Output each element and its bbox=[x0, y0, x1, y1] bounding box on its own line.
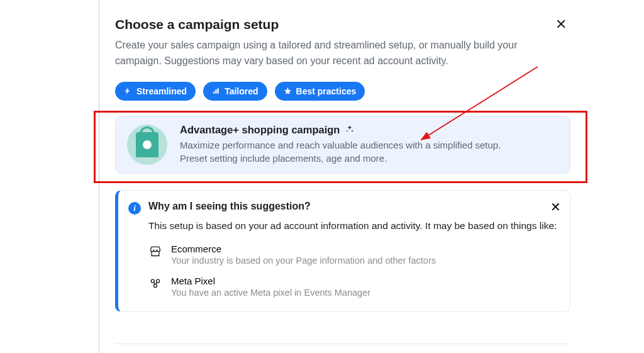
option-desc-line2: Preset setting include placements, age a… bbox=[180, 153, 387, 164]
chip-tailored[interactable]: Tailored bbox=[203, 82, 267, 101]
campaign-setup-panel: Choose a campaign setup ✕ Create your sa… bbox=[115, 16, 570, 312]
chip-streamlined[interactable]: Streamlined bbox=[115, 82, 196, 101]
shopping-bag-avatar bbox=[127, 125, 167, 165]
reason-ecommerce-sub: Your industry is based on your Page info… bbox=[171, 255, 436, 266]
page-subtitle: Create your sales campaign using a tailo… bbox=[115, 38, 555, 69]
option-desc: Maximize performance and reach valuable … bbox=[180, 138, 558, 166]
reason-meta-pixel: Meta Pixel You have an active Meta pixel… bbox=[148, 276, 557, 298]
option-desc-line1: Maximize performance and reach valuable … bbox=[180, 140, 501, 150]
pixel-icon bbox=[148, 276, 162, 289]
lightning-icon bbox=[124, 87, 132, 95]
chip-streamlined-label: Streamlined bbox=[136, 86, 187, 96]
info-close-icon[interactable]: ✕ bbox=[550, 201, 561, 213]
close-icon[interactable]: ✕ bbox=[552, 16, 570, 33]
reason-pixel-sub: You have an active Meta pixel in Events … bbox=[171, 288, 370, 298]
option-title: Advantage+ shopping campaign bbox=[180, 124, 340, 135]
storefront-icon bbox=[148, 244, 162, 257]
bar-chart-icon bbox=[212, 87, 220, 95]
option-text: Advantage+ shopping campaign Maximize pe… bbox=[180, 124, 558, 166]
sparkle-icon bbox=[345, 125, 354, 136]
info-title: Why am I seeing this suggestion? bbox=[148, 201, 557, 212]
svg-point-2 bbox=[154, 284, 157, 288]
chip-tailored-label: Tailored bbox=[225, 86, 258, 96]
info-lead: This setup is based on your ad account i… bbox=[148, 218, 557, 233]
page-title: Choose a campaign setup bbox=[115, 16, 279, 32]
chip-best-practices-label: Best practices bbox=[296, 86, 357, 96]
shopping-bag-icon bbox=[136, 132, 158, 157]
suggestion-info-card: i Why am I seeing this suggestion? ✕ Thi… bbox=[115, 190, 570, 312]
feature-chips-row: Streamlined Tailored Best practices bbox=[115, 82, 570, 101]
bottom-divider bbox=[115, 344, 570, 344]
reason-pixel-title: Meta Pixel bbox=[171, 276, 370, 286]
reason-ecommerce-title: Ecommerce bbox=[171, 244, 436, 254]
svg-point-1 bbox=[157, 279, 160, 283]
info-icon: i bbox=[128, 202, 141, 215]
left-divider bbox=[99, 0, 99, 353]
reason-ecommerce: Ecommerce Your industry is based on your… bbox=[148, 244, 557, 266]
svg-point-0 bbox=[151, 279, 154, 283]
star-icon bbox=[284, 87, 292, 95]
chip-best-practices[interactable]: Best practices bbox=[275, 82, 365, 101]
option-advantage-shopping[interactable]: Advantage+ shopping campaign Maximize pe… bbox=[115, 116, 570, 174]
